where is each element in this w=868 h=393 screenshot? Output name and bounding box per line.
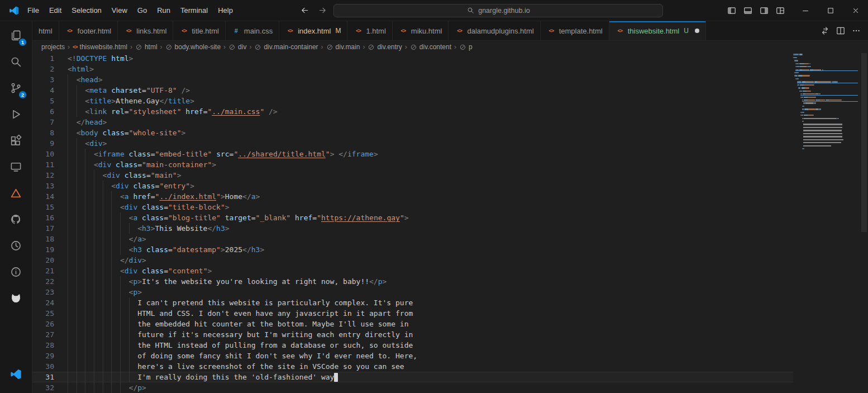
tab-1.html[interactable]: <>1.html bbox=[347, 21, 392, 40]
code-line-7[interactable]: 7</head> bbox=[32, 117, 793, 127]
breadcrumb-item-div.entry[interactable]: div.entry bbox=[368, 43, 402, 51]
tab-thiswebsite.html[interactable]: <>thiswebsite.htmlU bbox=[609, 21, 706, 40]
editor[interactable]: 1<!DOCTYPE html>2<html>3<head>4<meta cha… bbox=[32, 53, 868, 393]
line-number[interactable]: 11 bbox=[32, 159, 68, 170]
activity-info-circle[interactable] bbox=[0, 259, 32, 285]
line-number[interactable]: 23 bbox=[32, 287, 68, 297]
activity-explorer[interactable]: 1 bbox=[0, 22, 32, 49]
close-button[interactable] bbox=[843, 0, 868, 21]
code-line-23[interactable]: 23<p> bbox=[32, 287, 793, 297]
breadcrumb-item-div.main[interactable]: div.main bbox=[326, 43, 360, 51]
line-number[interactable]: 12 bbox=[32, 170, 68, 181]
code-line-20[interactable]: 20</div> bbox=[32, 255, 793, 266]
line-number[interactable]: 15 bbox=[32, 202, 68, 212]
menu-go[interactable]: Go bbox=[132, 0, 152, 21]
code-line-14[interactable]: 14<a href="../index.html">Home</a> bbox=[32, 191, 793, 202]
compare-button[interactable] bbox=[818, 21, 832, 41]
code-line-15[interactable]: 15<div class="title-block"> bbox=[32, 202, 793, 212]
nav-forward-button[interactable] bbox=[316, 4, 329, 17]
tab-template.html[interactable]: <>template.html bbox=[541, 21, 609, 40]
line-number[interactable]: 24 bbox=[32, 297, 68, 308]
activity-pets-extension[interactable] bbox=[0, 285, 32, 311]
line-number[interactable]: 31 bbox=[32, 372, 68, 382]
breadcrumb-item-div[interactable]: div bbox=[228, 43, 246, 51]
breadcrumb-item-div.content[interactable]: div.content bbox=[410, 43, 451, 51]
code-line-8[interactable]: 8<body class="whole-site"> bbox=[32, 127, 793, 138]
code-line-30[interactable]: 30here's a live screenshot of the site i… bbox=[32, 361, 793, 372]
code-line-22[interactable]: 22<p>It's the website you're looking at … bbox=[32, 276, 793, 287]
line-number[interactable]: 2 bbox=[32, 64, 68, 74]
menu-help[interactable]: Help bbox=[213, 0, 238, 21]
code-line-29[interactable]: 29of doing some fancy shit I don't see w… bbox=[32, 351, 793, 361]
activity-remote-explorer[interactable] bbox=[0, 154, 32, 180]
code-line-25[interactable]: 25HTML and CSS. I don't even have any ja… bbox=[32, 308, 793, 319]
code-line-13[interactable]: 13<div class="entry"> bbox=[32, 181, 793, 191]
nav-back-button[interactable] bbox=[298, 4, 311, 17]
line-number[interactable]: 8 bbox=[32, 127, 68, 138]
line-number[interactable]: 4 bbox=[32, 85, 68, 96]
tab-main.css[interactable]: #main.css bbox=[226, 21, 279, 40]
menu-edit[interactable]: Edit bbox=[44, 0, 66, 21]
line-number[interactable]: 17 bbox=[32, 223, 68, 234]
line-number[interactable]: 5 bbox=[32, 96, 68, 106]
menu-terminal[interactable]: Terminal bbox=[175, 0, 213, 21]
tab-footer.html[interactable]: <>footer.html bbox=[59, 21, 118, 40]
split-editor-button[interactable] bbox=[833, 21, 848, 41]
line-number[interactable]: 20 bbox=[32, 255, 68, 266]
activity-search[interactable] bbox=[0, 49, 32, 75]
line-number[interactable]: 28 bbox=[32, 340, 68, 351]
breadcrumb-item-div.main-container[interactable]: div.main-container bbox=[254, 43, 318, 51]
line-number[interactable]: 18 bbox=[32, 234, 68, 244]
activity-run-debug[interactable] bbox=[0, 101, 32, 127]
maximize-button[interactable] bbox=[818, 0, 843, 21]
line-number[interactable]: 7 bbox=[32, 117, 68, 127]
minimap[interactable] bbox=[793, 53, 860, 393]
tab-dalamudplugins.html[interactable]: <>dalamudplugins.html bbox=[449, 21, 540, 40]
code-line-19[interactable]: 19<h3 class="datestamp">2025</h3> bbox=[32, 244, 793, 255]
code-line-3[interactable]: 3<head> bbox=[32, 74, 793, 85]
code-line-1[interactable]: 1<!DOCTYPE html> bbox=[32, 53, 793, 64]
more-actions-button[interactable] bbox=[849, 21, 864, 41]
tab-html[interactable]: html bbox=[32, 21, 59, 40]
line-number[interactable]: 25 bbox=[32, 308, 68, 319]
tab-index.html[interactable]: <>index.htmlM bbox=[279, 21, 347, 40]
code-line-17[interactable]: 17<h3>This Website</h3> bbox=[32, 223, 793, 234]
line-number[interactable]: 29 bbox=[32, 351, 68, 361]
scrollbar[interactable] bbox=[860, 53, 868, 393]
code-line-16[interactable]: 16<a class="blog-title" target="_blank" … bbox=[32, 212, 793, 223]
line-number[interactable]: 1 bbox=[32, 53, 68, 64]
customize-layout-button[interactable] bbox=[772, 0, 788, 21]
line-number[interactable]: 3 bbox=[32, 74, 68, 85]
code-line-5[interactable]: 5<title>Athene.Gay</title> bbox=[32, 96, 793, 106]
breadcrumb-item-html[interactable]: html bbox=[135, 43, 158, 51]
breadcrumb-item-p[interactable]: p bbox=[459, 43, 473, 51]
toggle-panel-button[interactable] bbox=[740, 0, 756, 21]
line-number[interactable]: 27 bbox=[32, 329, 68, 340]
code-line-2[interactable]: 2<html> bbox=[32, 64, 793, 74]
code-line-24[interactable]: 24I can't pretend this website is partic… bbox=[32, 297, 793, 308]
line-number[interactable]: 32 bbox=[32, 382, 68, 393]
tab-title.html[interactable]: <>title.html bbox=[173, 21, 225, 40]
line-number[interactable]: 10 bbox=[32, 149, 68, 159]
code-line-26[interactable]: 26the embedded hit counter at the bottom… bbox=[32, 319, 793, 329]
activity-history[interactable] bbox=[0, 233, 32, 259]
code-line-12[interactable]: 12<div class="main"> bbox=[32, 170, 793, 181]
tab-links.html[interactable]: <>links.html bbox=[118, 21, 173, 40]
code-line-21[interactable]: 21<div class="content"> bbox=[32, 266, 793, 276]
code-line-27[interactable]: 27future if it's necessary but I'm writi… bbox=[32, 329, 793, 340]
breadcrumb-item-body.whole-site[interactable]: body.whole-site bbox=[165, 43, 221, 51]
code-line-32[interactable]: 32</p> bbox=[32, 382, 793, 393]
activity-vscode-logo[interactable] bbox=[0, 361, 32, 387]
code-line-11[interactable]: 11<div class="main-container"> bbox=[32, 159, 793, 170]
code-line-4[interactable]: 4<meta charset="UTF-8" /> bbox=[32, 85, 793, 96]
toggle-secondary-sidebar-button[interactable] bbox=[756, 0, 772, 21]
line-number[interactable]: 22 bbox=[32, 276, 68, 287]
menu-run[interactable]: Run bbox=[152, 0, 175, 21]
line-number[interactable]: 14 bbox=[32, 191, 68, 202]
line-number[interactable]: 30 bbox=[32, 361, 68, 372]
line-number[interactable]: 6 bbox=[32, 106, 68, 117]
command-center-search[interactable]: gnargle.github.io bbox=[333, 4, 663, 17]
line-number[interactable]: 21 bbox=[32, 266, 68, 276]
line-number[interactable]: 19 bbox=[32, 244, 68, 255]
code-line-18[interactable]: 18</a> bbox=[32, 234, 793, 244]
